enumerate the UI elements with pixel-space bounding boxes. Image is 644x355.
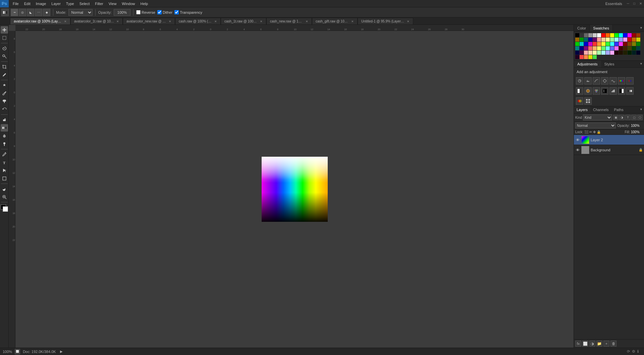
swatch-76[interactable] (580, 55, 584, 59)
tab-styles[interactable]: Styles (601, 61, 618, 67)
tab-5[interactable]: cash_new.raw @ 100% (RGB... ✕ (266, 18, 312, 24)
reflected-gradient-btn[interactable]: ⋯ (35, 9, 42, 16)
swatch-34[interactable] (593, 42, 597, 46)
filter-smart-btn[interactable]: ⬡ (637, 115, 643, 120)
swatch-72[interactable] (628, 51, 632, 55)
swatch-61[interactable] (580, 51, 584, 55)
lock-transparent-icon[interactable]: ⬛ (584, 130, 588, 134)
tab-close-7[interactable]: ✕ (407, 20, 410, 23)
radial-gradient-btn[interactable]: ◎ (19, 9, 26, 16)
path-select-tool[interactable] (1, 167, 8, 174)
filter-adj-btn[interactable]: ◑ (619, 115, 625, 120)
workspace-switcher[interactable]: Essentials (603, 1, 625, 6)
adj-brightness[interactable] (576, 77, 583, 85)
canvas-document[interactable] (262, 157, 328, 222)
swatch-62[interactable] (584, 51, 588, 55)
layer-visibility-background[interactable]: 👁 (575, 148, 580, 152)
tab-close-3[interactable]: ✕ (214, 20, 217, 23)
swatch-54[interactable] (614, 46, 619, 50)
reverse-checkbox[interactable] (136, 10, 141, 14)
layer-new-btn[interactable]: + (603, 341, 609, 347)
swatch-67[interactable] (606, 51, 610, 55)
canvas-area[interactable]: 22 20 18 16 14 12 10 8 6 4 2 0 2 4 6 8 1… (9, 25, 574, 348)
tab-7[interactable]: Untitled-1 @ 95.9% (Layer 1, RGB... ✕ (358, 18, 413, 24)
blur-tool[interactable] (1, 132, 8, 140)
tab-close-1[interactable]: ✕ (116, 20, 119, 23)
layer-group-btn[interactable]: 📁 (596, 341, 602, 347)
opacity-input[interactable] (114, 9, 130, 16)
swatch-47[interactable] (584, 46, 588, 50)
layer-fx-btn[interactable]: fx (575, 341, 581, 347)
zoom-fit-btn[interactable]: ⬜ (15, 349, 20, 354)
swatch-22[interactable] (606, 38, 610, 42)
layers-panel-expand[interactable]: ▼ (638, 106, 644, 113)
swatch-16[interactable] (580, 38, 584, 42)
swatch-42[interactable] (628, 42, 632, 46)
tab-2[interactable]: avatarcolor_new.raw @ 100% (R... ✕ (123, 18, 175, 24)
adj-channelmix[interactable] (593, 87, 600, 95)
swatch-1[interactable] (580, 33, 584, 37)
layer-mask-btn[interactable]: ⬜ (582, 341, 588, 347)
reverse-checkbox-label[interactable]: Reverse (136, 10, 155, 14)
clone-tool[interactable] (1, 98, 8, 105)
menu-filter[interactable]: Filter (92, 1, 106, 6)
swatch-66[interactable] (601, 51, 605, 55)
adj-panel-expand[interactable]: ▼ (638, 61, 644, 67)
swatch-60[interactable] (575, 51, 579, 55)
filter-type-btn[interactable]: T (625, 115, 631, 120)
swatch-9[interactable] (614, 33, 619, 37)
diamond-gradient-btn[interactable]: ◆ (43, 9, 50, 16)
swatch-40[interactable] (619, 42, 623, 46)
swatch-27[interactable] (628, 38, 632, 42)
layer-visibility-layer2[interactable]: 👁 (575, 138, 580, 142)
swatch-75[interactable] (575, 55, 579, 59)
swatch-50[interactable] (597, 46, 601, 50)
swatch-39[interactable] (614, 42, 619, 46)
gradient-tool[interactable] (1, 124, 8, 132)
layer-delete-btn[interactable]: 🗑 (610, 341, 616, 347)
lasso-tool[interactable] (1, 45, 8, 52)
swatch-0[interactable] (575, 33, 579, 37)
marquee-tool[interactable] (1, 34, 8, 42)
tab-close-0[interactable]: ✕ (64, 20, 67, 23)
adj-pattern[interactable] (584, 97, 592, 105)
swatch-12[interactable] (628, 33, 632, 37)
swatch-5[interactable] (597, 33, 601, 37)
swatch-73[interactable] (632, 51, 636, 55)
tab-3[interactable]: cash.raw @ 100% (RGB... ✕ (175, 18, 221, 24)
linear-gradient-btn[interactable]: ━ (11, 9, 18, 16)
swatch-3[interactable] (588, 33, 592, 37)
swatch-52[interactable] (606, 46, 610, 50)
magic-wand-tool[interactable] (1, 53, 8, 60)
swatch-77[interactable] (584, 55, 588, 59)
swatch-7[interactable] (606, 33, 610, 37)
filter-pixel-btn[interactable]: ▣ (613, 115, 619, 120)
swatch-17[interactable] (584, 38, 588, 42)
layers-mode-select[interactable]: Normal Multiply Screen (575, 122, 616, 129)
status-rotate-icon[interactable]: ⟳ (627, 349, 630, 354)
swatch-23[interactable] (610, 38, 614, 42)
swatch-30[interactable] (575, 42, 579, 46)
swatch-53[interactable] (610, 46, 614, 50)
swatch-32[interactable] (584, 42, 588, 46)
swatch-58[interactable] (632, 46, 636, 50)
swatch-43[interactable] (632, 42, 636, 46)
swatch-57[interactable] (628, 46, 632, 50)
adj-threshold[interactable] (618, 87, 625, 95)
tab-0[interactable]: avatarcolor.raw @ 100% (Layer 2, RGB/8) … (10, 18, 70, 24)
adj-gradientmap[interactable] (626, 87, 634, 95)
swatch-44[interactable] (636, 42, 640, 46)
eyedropper-tool[interactable] (1, 71, 8, 79)
swatch-46[interactable] (580, 46, 584, 50)
swatch-28[interactable] (632, 38, 636, 42)
swatch-14[interactable] (636, 33, 640, 37)
mode-select[interactable]: Normal Dissolve Multiply (68, 9, 93, 16)
swatch-51[interactable] (601, 46, 605, 50)
swatch-74[interactable] (636, 51, 640, 55)
menu-file[interactable]: File (10, 1, 21, 6)
menu-view[interactable]: View (106, 1, 119, 6)
swatch-33[interactable] (588, 42, 592, 46)
swatch-20[interactable] (597, 38, 601, 42)
layer-adj-btn[interactable]: ◑ (589, 341, 595, 347)
swatch-4[interactable] (593, 33, 597, 37)
